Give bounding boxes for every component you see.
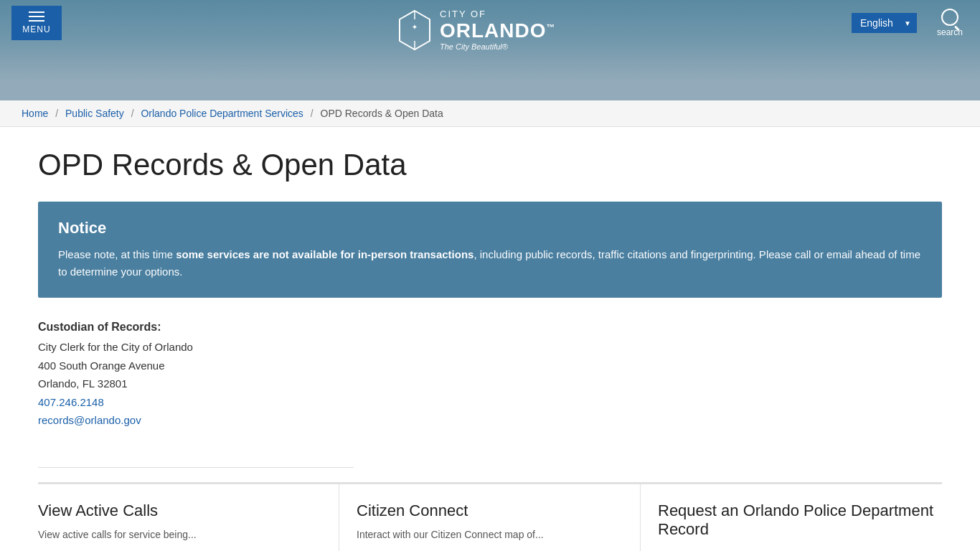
custodian-phone[interactable]: 407.246.2148 xyxy=(38,393,942,412)
page-title: OPD Records & Open Data xyxy=(38,149,942,182)
breadcrumb: Home / Public Safety / Orlando Police De… xyxy=(0,100,980,127)
header-right: English Español search xyxy=(852,6,969,40)
custodian-address2: Orlando, FL 32801 xyxy=(38,375,942,393)
breadcrumb-current: OPD Records & Open Data xyxy=(321,108,443,119)
custodian-name: City Clerk for the City of Orlando xyxy=(38,338,942,357)
menu-button[interactable]: menu xyxy=(11,6,62,40)
main-content: OPD Records & Open Data Notice Please no… xyxy=(17,127,963,551)
notice-text-before: Please note, at this time xyxy=(58,248,176,260)
search-button[interactable]: search xyxy=(931,6,969,40)
notice-bold-text: some services are not available for in-p… xyxy=(176,248,473,260)
custodian-email[interactable]: records@orlando.gov xyxy=(38,411,942,430)
language-wrapper: English Español xyxy=(852,13,917,33)
hamburger-icon xyxy=(29,11,44,22)
logo-orlando: ORLANDO™ xyxy=(440,20,556,42)
custodian-address1: 400 South Orange Avenue xyxy=(38,357,942,375)
cards-section: View Active Calls View active calls for … xyxy=(38,482,942,551)
custodian-section: Custodian of Records: City Clerk for the… xyxy=(38,321,942,444)
language-selector[interactable]: English Español xyxy=(852,13,917,33)
logo-text: CITY OF ORLANDO™ The City Beautiful® xyxy=(440,9,556,50)
logo-icon: ✦ xyxy=(397,9,433,52)
section-divider xyxy=(38,467,354,468)
svg-text:✦: ✦ xyxy=(412,24,418,31)
menu-label: menu xyxy=(22,24,50,34)
logo-city-of: CITY OF xyxy=(440,9,556,19)
card-active-calls: View Active Calls View active calls for … xyxy=(38,484,339,551)
card-link-active-calls[interactable]: View Active Calls xyxy=(38,501,158,519)
site-header: menu ✦ CITY OF ORLANDO™ The Cit xyxy=(0,0,980,100)
card-title-citizen-connect[interactable]: Citizen Connect xyxy=(357,501,623,520)
notice-text: Please note, at this time some services … xyxy=(58,246,922,281)
card-citizen-connect: Citizen Connect Interact with our Citize… xyxy=(339,484,641,551)
breadcrumb-sep-3: / xyxy=(311,108,314,119)
card-desc-citizen-connect: Interact with our Citizen Connect map of… xyxy=(357,527,623,542)
breadcrumb-sep-1: / xyxy=(55,108,58,119)
search-icon xyxy=(941,9,958,26)
breadcrumb-opd-services[interactable]: Orlando Police Department Services xyxy=(141,108,303,119)
custodian-info: City Clerk for the City of Orlando 400 S… xyxy=(38,338,942,430)
card-title-active-calls[interactable]: View Active Calls xyxy=(38,501,321,520)
card-link-citizen-connect[interactable]: Citizen Connect xyxy=(357,501,468,519)
breadcrumb-home[interactable]: Home xyxy=(22,108,48,119)
notice-box: Notice Please note, at this time some se… xyxy=(38,202,942,298)
site-logo[interactable]: ✦ CITY OF ORLANDO™ The City Beautiful® xyxy=(397,9,556,52)
notice-title: Notice xyxy=(58,219,922,237)
card-link-opd-record[interactable]: Request an Orlando Police Department Rec… xyxy=(658,501,933,538)
breadcrumb-sep-2: / xyxy=(131,108,134,119)
card-desc-active-calls: View active calls for service being... xyxy=(38,527,321,542)
card-title-opd-record[interactable]: Request an Orlando Police Department Rec… xyxy=(658,501,942,540)
card-opd-record: Request an Orlando Police Department Rec… xyxy=(641,484,942,551)
logo-tagline: The City Beautiful® xyxy=(440,42,556,51)
custodian-title: Custodian of Records: xyxy=(38,321,942,334)
breadcrumb-public-safety[interactable]: Public Safety xyxy=(65,108,124,119)
